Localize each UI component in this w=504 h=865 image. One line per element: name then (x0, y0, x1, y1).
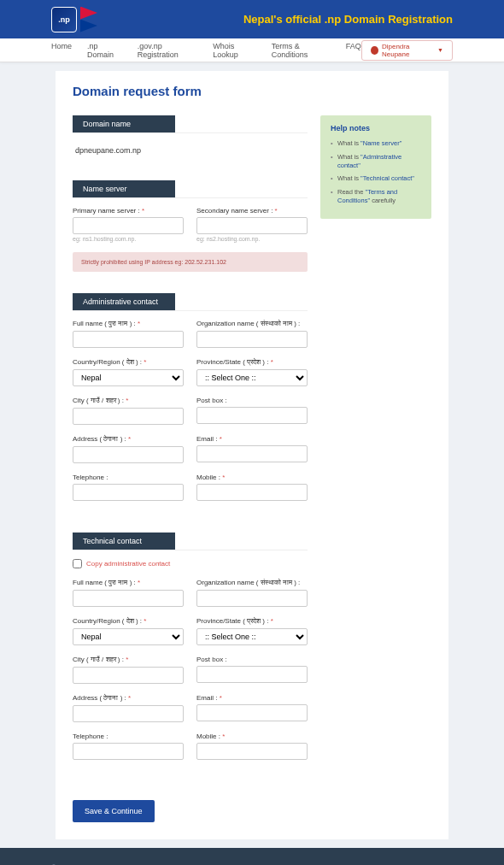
nav-np-domain[interactable]: .np Domain (87, 42, 122, 59)
primary-ns-hint: eg: ns1.hosting.com.np. (73, 236, 184, 242)
section-tech-header: Technical contact (73, 533, 175, 550)
admin-email-label: Email : * (196, 435, 308, 443)
admin-postbox-label: Post box : (196, 397, 308, 404)
flag-icon (80, 7, 97, 32)
tagline: Nepal's official .np Domain Registration (243, 13, 453, 26)
admin-province-label: Province/State ( प्रदेश ) : * (196, 358, 308, 367)
domain-value: dpneupane.com.np (73, 142, 308, 159)
admin-city-label: City ( गाउँ / शहर ) : * (73, 397, 184, 405)
user-name: Dipendra Neupane (382, 43, 434, 58)
tech-telephone-input[interactable] (73, 743, 184, 760)
nav-home[interactable]: Home (51, 42, 72, 59)
tech-mobile-label: Mobile : * (196, 733, 308, 740)
admin-country-label: Country/Region ( देश ) : * (73, 358, 184, 367)
user-menu[interactable]: Dipendra Neupane ▼ (361, 40, 453, 61)
tech-country-select[interactable]: Nepal (73, 628, 184, 645)
nav-faq[interactable]: FAQ (346, 42, 361, 59)
admin-fullname-input[interactable] (73, 331, 184, 348)
page-title: Domain request form (73, 84, 431, 98)
tech-telephone-label: Telephone : (73, 733, 184, 740)
admin-org-label: Organization name ( संस्थाको नाम ) : (196, 320, 308, 328)
tech-fullname-label: Full name ( पुरा नाम ) : * (73, 579, 184, 587)
help-item[interactable]: What is "Technical contact" (331, 174, 421, 183)
chevron-down-icon: ▼ (437, 47, 443, 53)
admin-country-select[interactable]: Nepal (73, 369, 184, 386)
top-header: .np Nepal's official .np Domain Registra… (0, 0, 504, 38)
logo[interactable]: .np (51, 7, 97, 32)
admin-province-select[interactable]: :: Select One :: (196, 369, 308, 386)
admin-fullname-label: Full name ( पुरा नाम ) : * (73, 320, 184, 328)
tech-city-input[interactable] (73, 667, 184, 684)
admin-org-input[interactable] (196, 331, 308, 348)
tech-address-input[interactable] (73, 705, 184, 722)
logo-badge: .np (51, 7, 77, 32)
copy-admin-checkbox[interactable] (73, 559, 82, 568)
tech-postbox-label: Post box : (196, 656, 308, 663)
nav-terms[interactable]: Terms & Conditions (272, 42, 331, 59)
tech-address-label: Address ( ठेगाना ) : * (73, 694, 184, 703)
admin-telephone-label: Telephone : (73, 474, 184, 481)
admin-postbox-input[interactable] (196, 407, 308, 424)
tech-email-label: Email : * (196, 694, 308, 702)
tech-mobile-input[interactable] (196, 743, 308, 760)
help-title: Help notes (331, 124, 421, 132)
primary-ns-label: Primary name server : * (73, 207, 184, 215)
copy-admin-label[interactable]: Copy administrative contact (86, 560, 170, 568)
main-container: Domain request form Domain name dpneupan… (56, 71, 448, 839)
tech-org-input[interactable] (196, 590, 308, 607)
help-item[interactable]: What is "Name server" (331, 139, 421, 148)
admin-email-input[interactable] (196, 445, 308, 462)
section-admin-header: Administrative contact (73, 293, 175, 310)
tech-org-label: Organization name ( संस्थाको नाम ) : (196, 579, 308, 587)
nav-bar: Home .np Domain .gov.np Registration Who… (0, 38, 504, 62)
tech-email-input[interactable] (196, 704, 308, 721)
admin-mobile-label: Mobile : * (196, 474, 308, 481)
section-nameserver-header: Name server (73, 180, 175, 197)
secondary-ns-label: Secondary name server : * (196, 207, 308, 215)
secondary-ns-input[interactable] (196, 217, 308, 234)
tech-country-label: Country/Region ( देश ) : * (73, 617, 184, 626)
admin-telephone-input[interactable] (73, 484, 184, 501)
help-item[interactable]: Read the "Terms and Conditions" carefull… (331, 188, 421, 205)
nav-links: Home .np Domain .gov.np Registration Who… (51, 42, 361, 59)
tech-postbox-input[interactable] (196, 666, 308, 683)
tech-fullname-input[interactable] (73, 590, 184, 607)
section-domain-header: Domain name (73, 115, 175, 132)
nav-whois[interactable]: Whois Lookup (213, 42, 256, 59)
nav-govnp[interactable]: .gov.np Registration (138, 42, 197, 59)
tech-city-label: City ( गाउँ / शहर ) : * (73, 656, 184, 664)
admin-mobile-input[interactable] (196, 484, 308, 501)
secondary-ns-hint: eg: ns2.hosting.com.np. (196, 236, 308, 242)
help-box: Help notes What is "Name server" What is… (320, 115, 431, 219)
ns-alert: Strictly prohibited using IP address eg:… (73, 252, 308, 272)
tech-province-select[interactable]: :: Select One :: (196, 628, 308, 645)
tech-province-label: Province/State ( प्रदेश ) : * (196, 617, 308, 626)
footer: © 2017 All rights reserved | Mercantile … (0, 848, 504, 865)
admin-address-input[interactable] (73, 446, 184, 463)
admin-city-input[interactable] (73, 408, 184, 425)
admin-address-label: Address ( ठेगाना ) : * (73, 435, 184, 444)
save-button[interactable]: Save & Continue (73, 800, 155, 822)
help-item[interactable]: What is "Adminstrative contact" (331, 153, 421, 170)
primary-ns-input[interactable] (73, 217, 184, 234)
form-main: Domain name dpneupane.com.np Name server… (73, 115, 308, 822)
user-icon (371, 46, 378, 55)
